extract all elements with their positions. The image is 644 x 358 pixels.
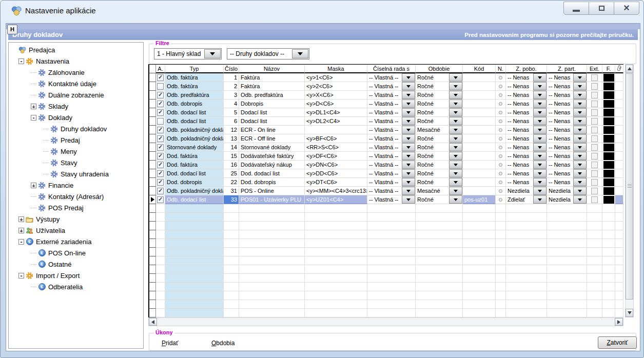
expand-icon[interactable]: + [18,228,24,233]
ciselna-rada-select[interactable]: -- Vlastná -- [367,178,416,187]
obdobie-select-dropdown-button[interactable] [449,169,462,177]
z-pobo-select[interactable]: -- Nenas [506,152,547,161]
obdobie-select[interactable]: Ročné [416,108,463,117]
column-header-f[interactable]: F. [602,65,615,73]
column-header-typ[interactable]: Typ [165,65,224,73]
column-header-slo[interactable]: Číslo [224,65,239,73]
f-cell[interactable] [602,117,615,126]
ciselna-rada-select-dropdown-button[interactable] [402,134,415,143]
table-row-25[interactable]: Dod. dodací list25Dod. dodací list<y>DD<… [149,169,623,178]
active-checkbox[interactable] [157,83,164,90]
scroll-right-button[interactable] [615,318,623,326]
ext-checkbox[interactable] [591,101,598,107]
f-cell[interactable] [602,169,615,178]
tree-item-import-export[interactable]: -Import / Export [9,270,143,281]
ciselna-rada-select-dropdown-button[interactable] [402,108,415,116]
f-cell[interactable] [602,178,615,187]
active-checkbox[interactable] [157,135,164,142]
obdobie-select-dropdown-button[interactable] [449,100,462,108]
ciselna-rada-select-dropdown-button[interactable] [402,126,415,134]
z-pobo-select[interactable]: -- Nenas [506,91,547,100]
obdobie-select[interactable]: Ročné [416,117,463,126]
z-part-select-dropdown-button[interactable] [573,187,587,195]
active-checkbox[interactable] [157,118,164,125]
f-cell[interactable] [602,134,615,143]
expand-icon[interactable]: + [31,104,36,109]
z-pobo-select-dropdown-button[interactable] [533,91,547,99]
obdobie-select-dropdown-button[interactable] [449,195,462,204]
ciselna-rada-select-dropdown-button[interactable] [402,169,415,177]
table-row-12[interactable]: Odb. pokladničný doklad12ECR - On line--… [149,126,623,134]
column-header-n-zov[interactable]: Názov [239,65,305,73]
ciselna-rada-select[interactable]: -- Vlastná -- [367,134,416,143]
column-header-n[interactable]: N. [496,65,506,73]
z-pobo-select[interactable]: -- Nenas [506,73,547,82]
ciselna-rada-select-dropdown-button[interactable] [402,73,415,82]
active-checkbox[interactable] [157,101,164,107]
z-part-select[interactable]: Nezdiela [547,187,587,195]
ext-checkbox[interactable] [591,162,598,168]
ciselna-rada-select[interactable]: -- Vlastná -- [367,126,416,134]
z-pobo-select[interactable]: Zdielať [506,195,547,204]
z-pobo-select-dropdown-button[interactable] [533,169,547,177]
z-part-select-dropdown-button[interactable] [573,117,587,125]
obdobie-select[interactable]: Mesačné [416,187,463,195]
tree-item-meny[interactable]: Meny [9,146,143,157]
z-pobo-select[interactable]: -- Nenas [506,143,547,152]
f-cell[interactable] [602,73,615,82]
z-pobo-select[interactable]: -- Nenas [506,178,547,187]
tree-item-kontakty-adres-r[interactable]: Kontakty (Adresár) [9,191,143,202]
tree-item-financie[interactable]: +Financie [9,180,143,191]
z-pobo-select-dropdown-button[interactable] [533,178,547,186]
obdobie-select-dropdown-button[interactable] [449,161,462,169]
z-pobo-select-dropdown-button[interactable] [533,117,547,125]
z-part-select-dropdown-button[interactable] [573,126,587,134]
ciselna-rada-select-dropdown-button[interactable] [402,91,415,99]
tree-item-pos-predaj[interactable]: POS Predaj [9,202,143,213]
ext-checkbox[interactable] [591,179,598,186]
z-part-select-dropdown-button[interactable] [573,169,587,177]
ciselna-rada-select-dropdown-button[interactable] [402,117,415,125]
ciselna-rada-select[interactable]: -- Vlastná -- [367,108,416,117]
add-button[interactable]: Pridať [159,339,182,348]
vertical-scrollbar[interactable] [625,64,634,317]
obdobie-select[interactable]: Ročné [416,152,463,161]
column-header-k-d[interactable]: Kód [463,65,496,73]
column-header-z-pobo[interactable]: Z. pobo. [506,65,547,73]
z-part-select[interactable]: -- Nenas [547,152,587,161]
ciselna-rada-select[interactable]: -- Vlastná -- [367,91,416,100]
z-pobo-select-dropdown-button[interactable] [533,152,547,160]
ciselna-rada-select-dropdown-button[interactable] [402,152,415,160]
z-part-select[interactable]: -- Nenas [547,91,587,100]
active-checkbox[interactable] [157,188,164,194]
z-pobo-select-dropdown-button[interactable] [533,161,547,169]
z-part-select-dropdown-button[interactable] [573,100,587,108]
periods-button[interactable]: Obdobia [208,339,238,348]
z-part-select[interactable]: Nezdiela [547,195,587,204]
table-row-6[interactable]: Odb. dodací list6Dodací list<y>DL2<C4>--… [149,117,623,126]
z-part-select-dropdown-button[interactable] [573,178,587,186]
z-pobo-select-dropdown-button[interactable] [533,126,547,134]
active-checkbox[interactable] [157,144,164,151]
table-row-4[interactable]: Odb. dobropis4Dobropis<y>D<C6>-- Vlastná… [149,100,623,108]
obdobie-select[interactable]: Ročné [416,143,463,152]
z-part-select[interactable]: -- Nenas [547,126,587,134]
column-header-a[interactable]: A. [156,65,165,73]
collapse-icon[interactable]: - [18,58,24,64]
table-row-1[interactable]: Odb. faktúra1Faktúra<y>1<C6>-- Vlastná -… [149,73,623,82]
collapse-icon[interactable]: - [18,239,24,245]
f-cell[interactable] [602,82,615,91]
ext-checkbox[interactable] [591,118,598,125]
z-pobo-select[interactable]: -- Nenas [506,117,547,126]
active-checkbox[interactable] [157,92,164,98]
tree-item-odberatelia[interactable]: €Odberatelia [9,281,143,292]
ext-checkbox[interactable] [591,170,598,177]
ciselna-rada-select-dropdown-button[interactable] [402,82,415,90]
z-part-select[interactable]: -- Nenas [547,108,587,117]
obdobie-select[interactable]: Ročné [416,82,463,91]
ciselna-rada-select[interactable]: -- Vlastná -- [367,143,416,152]
z-part-select[interactable]: -- Nenas [547,143,587,152]
obdobie-select-dropdown-button[interactable] [449,187,462,195]
ciselna-rada-select[interactable]: -- Vlastná -- [367,117,416,126]
obdobie-select[interactable]: Ročné [416,134,463,143]
